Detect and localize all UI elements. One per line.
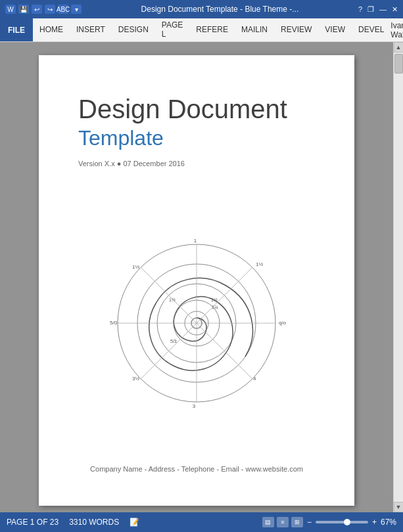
svg-text:1½: 1½ [169,298,176,302]
scrollbar[interactable]: ▲ ▼ [393,42,403,512]
spell-icon[interactable]: ABC [58,5,68,14]
word-count: 3310 WORDS [69,518,119,527]
ribbon-right: Ivan Walsh K [391,21,403,39]
zoom-percent: 67% [381,518,396,527]
page-info: PAGE 1 OF 23 [7,518,59,527]
svg-text:1½: 1½ [132,264,139,270]
svg-text:5/3: 5/3 [170,339,177,344]
word-count-label: 3310 WORDS [69,518,119,527]
user-name: Ivan Walsh [391,21,403,39]
document-page: Design Document Template Version X.x ● 0… [39,55,354,506]
svg-text:1: 1 [194,238,197,244]
document-title-line1: Design Document [78,95,315,123]
svg-text:4: 4 [253,376,256,382]
title-bar-left: W 💾 ↩ ↪ ABC ▾ [5,5,82,14]
tab-developer[interactable]: DEVEL [352,18,391,41]
redo-icon[interactable]: ↪ [45,5,55,14]
document-version: Version X.x ● 07 December 2016 [78,160,315,167]
zoom-in-icon[interactable]: + [372,518,377,527]
zoom-thumb[interactable] [344,519,350,525]
window-title: Design Document Template - Blue Theme -.… [82,5,358,14]
status-right: ▤ ≡ ⊞ − + 67% [262,517,396,527]
language-indicator: 📝 [130,518,139,527]
status-bar: PAGE 1 OF 23 3310 WORDS 📝 ▤ ≡ ⊞ − + 67% [0,512,403,532]
tab-mailings[interactable]: MAILIN [235,18,274,41]
zoom-out-icon[interactable]: − [307,518,312,527]
scroll-up-button[interactable]: ▲ [394,42,404,53]
spiral-diagram: 1 q/o 1½ 4 3 3½ 5/0 1½ 1½ 1¼ 5/3 1½ [78,187,315,452]
svg-text:3½: 3½ [132,376,139,382]
save-icon[interactable]: 💾 [18,5,29,14]
window-controls: ? ❐ — ✕ [358,5,398,14]
close-button[interactable]: ✕ [392,5,398,14]
dropdown-icon[interactable]: ▾ [71,5,82,14]
page-number: PAGE 1 OF 23 [7,518,59,527]
minimize-button[interactable]: — [379,5,387,13]
svg-text:1½: 1½ [211,298,218,302]
svg-line-11 [197,323,252,379]
print-layout-icon[interactable]: ▤ [262,517,274,527]
svg-text:1¼: 1¼ [212,305,218,309]
tab-design[interactable]: DESIGN [112,18,155,41]
undo-icon[interactable]: ↩ [32,5,42,14]
title-bar: W 💾 ↩ ↪ ABC ▾ Design Document Template -… [0,0,403,18]
word-icon: W [5,5,16,14]
read-mode-icon[interactable]: ≡ [277,517,289,527]
document-footer: Company Name - Address - Telephone - Ema… [78,465,315,473]
document-area: Design Document Template Version X.x ● 0… [0,42,393,512]
language-icon: 📝 [130,518,139,527]
tab-references[interactable]: REFERE [189,18,235,41]
document-title-line2: Template [78,126,315,150]
web-layout-icon[interactable]: ⊞ [291,517,303,527]
scroll-thumb[interactable] [394,54,403,74]
spiral-svg: 1 q/o 1½ 4 3 3½ 5/0 1½ 1½ 1¼ 5/3 1½ [105,228,289,412]
svg-line-12 [141,267,197,323]
help-button[interactable]: ? [358,5,362,13]
svg-line-10 [197,267,252,323]
ribbon: FILE HOME INSERT DESIGN PAGE L REFERE MA… [0,18,403,42]
restore-button[interactable]: ❐ [367,5,374,14]
svg-text:1½: 1½ [256,261,263,267]
zoom-slider[interactable] [316,521,368,523]
tab-home[interactable]: HOME [33,18,70,41]
svg-text:5/0: 5/0 [110,320,118,326]
scroll-track[interactable] [394,53,403,502]
tab-page-layout[interactable]: PAGE L [155,18,189,41]
main-area: Design Document Template Version X.x ● 0… [0,42,403,512]
tab-insert[interactable]: INSERT [70,18,112,41]
tab-view[interactable]: VIEW [318,18,352,41]
tab-review[interactable]: REVIEW [274,18,318,41]
svg-text:3: 3 [193,403,196,409]
view-icons: ▤ ≡ ⊞ [262,517,303,527]
ribbon-tabs: FILE HOME INSERT DESIGN PAGE L REFERE MA… [0,18,391,41]
scroll-down-button[interactable]: ▼ [394,502,404,512]
svg-text:q/o: q/o [279,320,287,326]
file-tab[interactable]: FILE [0,18,33,41]
